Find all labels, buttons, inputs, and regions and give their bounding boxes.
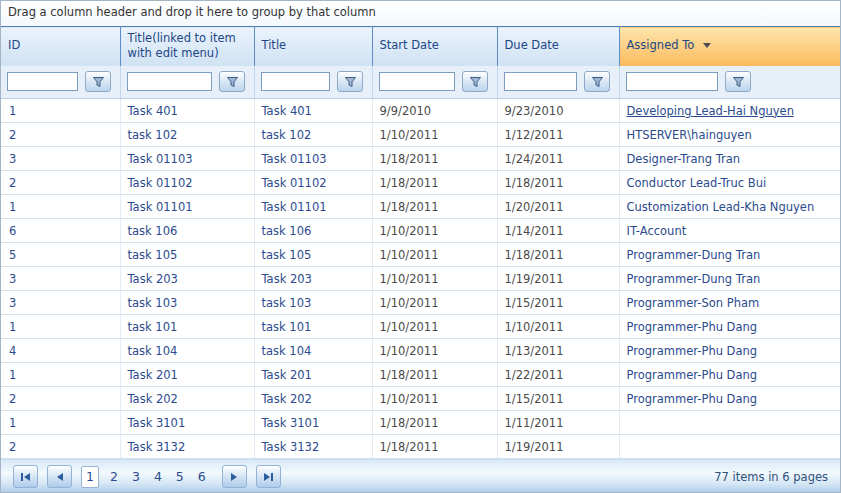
cell-title-linked: Task 01102 (120, 171, 254, 195)
cell-start-date: 1/10/2011 (372, 315, 497, 339)
cell-assigned-to: HTSERVER\hainguyen (619, 123, 840, 147)
assigned-to-link[interactable]: Programmer-Phu Dang (627, 344, 758, 358)
cell-id: 3 (1, 291, 120, 315)
task-title-link[interactable]: Task 202 (128, 392, 178, 406)
cell-id: 3 (1, 267, 120, 291)
filter-button-id[interactable] (85, 71, 111, 92)
filter-input-title[interactable] (261, 72, 330, 91)
funnel-icon (469, 76, 482, 88)
task-title-link[interactable]: task 102 (128, 128, 178, 142)
cell-due-date: 1/15/2011 (497, 291, 619, 315)
cell-start-date: 1/10/2011 (372, 267, 497, 291)
table-row: 3task 103task 1031/10/20111/15/2011Progr… (1, 291, 840, 315)
page-link[interactable]: 5 (176, 469, 184, 484)
task-title-link[interactable]: task 105 (128, 248, 178, 262)
arrow-left-icon (57, 473, 63, 481)
cell-title: Task 3101 (254, 411, 372, 435)
cell-title-linked: task 102 (120, 123, 254, 147)
funnel-icon (591, 76, 604, 88)
assigned-to-link[interactable]: Conductor Lead-Truc Bui (627, 176, 767, 190)
table-row: 4task 104task 1041/10/20111/13/2011Progr… (1, 339, 840, 363)
last-page-button[interactable] (256, 465, 281, 488)
cell-title-linked: Task 202 (120, 387, 254, 411)
cell-title: Task 202 (254, 387, 372, 411)
assigned-to-link[interactable]: HTSERVER\hainguyen (627, 128, 752, 142)
cell-title: Task 01102 (254, 171, 372, 195)
task-title-link[interactable]: Task 401 (128, 104, 178, 118)
table-row: 2Task 3132Task 31321/18/20111/19/2011 (1, 435, 840, 459)
funnel-icon (344, 76, 357, 88)
filter-button-title[interactable] (337, 71, 363, 92)
task-title-link[interactable]: Task 201 (128, 368, 178, 382)
next-page-button[interactable] (222, 465, 247, 488)
first-page-button[interactable] (13, 465, 38, 488)
cell-assigned-to: Programmer-Dung Tran (619, 243, 840, 267)
filter-button-assigned-to[interactable] (725, 71, 751, 92)
assigned-to-link[interactable]: Programmer-Phu Dang (627, 368, 758, 382)
cell-title-linked: task 106 (120, 219, 254, 243)
header-row: ID Title(linked to item with edit menu) … (1, 27, 840, 66)
task-title-link[interactable]: Task 01101 (128, 200, 193, 214)
task-title-link[interactable]: Task 203 (128, 272, 178, 286)
page-link[interactable]: 2 (110, 469, 118, 484)
filter-input-id[interactable] (7, 72, 78, 91)
group-by-panel[interactable]: Drag a column header and drop it here to… (1, 1, 840, 26)
cell-title: task 105 (254, 243, 372, 267)
funnel-icon (226, 76, 239, 88)
filter-button-due-date[interactable] (584, 71, 610, 92)
filter-button-start-date[interactable] (462, 71, 488, 92)
table-row: 5task 105task 1051/10/20111/18/2011Progr… (1, 243, 840, 267)
cell-assigned-to: Programmer-Phu Dang (619, 363, 840, 387)
assigned-to-link[interactable]: Programmer-Phu Dang (627, 320, 758, 334)
cell-id: 2 (1, 171, 120, 195)
cell-title-linked: Task 401 (120, 99, 254, 123)
assigned-to-link[interactable]: Programmer-Phu Dang (627, 392, 758, 406)
task-title-link[interactable]: task 101 (128, 320, 178, 334)
filter-input-due-date[interactable] (504, 72, 577, 91)
task-title-link[interactable]: task 104 (128, 344, 178, 358)
cell-title: Task 3132 (254, 435, 372, 459)
page-link[interactable]: 4 (154, 469, 162, 484)
column-header-title-linked[interactable]: Title(linked to item with edit menu) (120, 27, 254, 66)
task-title-link[interactable]: task 103 (128, 296, 178, 310)
filter-cell-start-date (372, 66, 497, 99)
cell-id: 3 (1, 147, 120, 171)
column-header-start-date[interactable]: Start Date (372, 27, 497, 66)
cell-start-date: 1/18/2011 (372, 363, 497, 387)
filter-button-title-linked[interactable] (219, 71, 245, 92)
cell-due-date: 1/19/2011 (497, 267, 619, 291)
assigned-to-link[interactable]: Programmer-Dung Tran (627, 248, 761, 262)
cell-assigned-to: Programmer-Son Pham (619, 291, 840, 315)
funnel-icon (732, 76, 745, 88)
column-header-due-date[interactable]: Due Date (497, 27, 619, 66)
column-header-label: Start Date (380, 38, 439, 52)
filter-input-assigned-to[interactable] (626, 72, 718, 91)
prev-page-button[interactable] (47, 465, 72, 488)
arrow-right-icon (264, 473, 270, 481)
column-header-assigned-to[interactable]: Assigned To (619, 27, 840, 66)
column-header-label: Title (262, 38, 287, 52)
task-title-link[interactable]: Task 01103 (128, 152, 193, 166)
assigned-to-link[interactable]: Developing Lead-Hai Nguyen (627, 104, 794, 118)
page-link[interactable]: 3 (132, 469, 140, 484)
cell-id: 6 (1, 219, 120, 243)
assigned-to-link[interactable]: Designer-Trang Tran (627, 152, 741, 166)
cell-title: task 103 (254, 291, 372, 315)
assigned-to-link[interactable]: Programmer-Son Pham (627, 296, 760, 310)
task-title-link[interactable]: Task 01102 (128, 176, 193, 190)
cell-due-date: 1/10/2011 (497, 315, 619, 339)
column-header-id[interactable]: ID (1, 27, 120, 66)
task-title-link[interactable]: task 106 (128, 224, 178, 238)
column-header-title[interactable]: Title (254, 27, 372, 66)
task-title-link[interactable]: Task 3101 (128, 416, 186, 430)
table-row: 3Task 01103Task 011031/18/20111/24/2011D… (1, 147, 840, 171)
assigned-to-link[interactable]: Customization Lead-Kha Nguyen (627, 200, 815, 214)
filter-input-start-date[interactable] (379, 72, 455, 91)
page-link[interactable]: 6 (198, 469, 206, 484)
task-title-link[interactable]: Task 3132 (128, 440, 186, 454)
arrow-right-icon (231, 473, 237, 481)
cell-assigned-to: Programmer-Phu Dang (619, 315, 840, 339)
filter-input-title-linked[interactable] (127, 72, 212, 91)
assigned-to-link[interactable]: Programmer-Dung Tran (627, 272, 761, 286)
assigned-to-link[interactable]: IT-Account (627, 224, 687, 238)
